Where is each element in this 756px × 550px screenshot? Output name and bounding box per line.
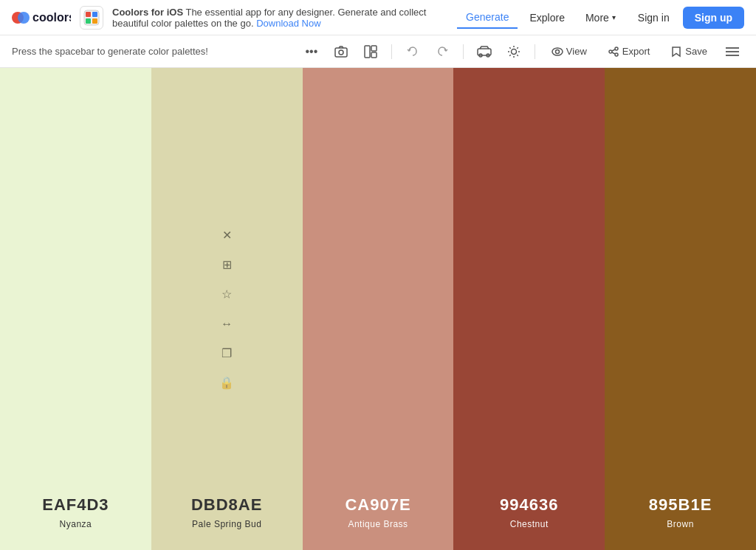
view-button[interactable]: View [544, 42, 594, 61]
lock-icon[interactable]: 🔒 [521, 375, 537, 391]
nav-generate[interactable]: Generate [457, 7, 518, 29]
svg-line-23 [517, 47, 518, 48]
grid-icon[interactable]: ⊞ [673, 257, 689, 273]
copy-icon[interactable]: ❐ [673, 346, 689, 362]
lock-icon[interactable]: 🔒 [673, 375, 689, 391]
banner-text: Coolors for iOS The essential app for an… [112, 7, 448, 29]
lock-icon[interactable]: 🔒 [219, 375, 235, 391]
car-icon [477, 46, 492, 58]
save-button[interactable]: Save [663, 42, 715, 61]
close-icon[interactable]: ✕ [370, 227, 386, 244]
sun-icon [507, 45, 520, 58]
color-swatch-3[interactable]: ✕⊞☆↔❐🔒994636Chestnut [453, 68, 605, 550]
resize-icon[interactable]: ↔ [673, 316, 689, 332]
svg-rect-11 [371, 46, 377, 51]
svg-rect-5 [92, 12, 97, 17]
svg-point-1 [18, 12, 30, 24]
camera-button[interactable] [329, 40, 353, 63]
dots-icon: ••• [305, 45, 317, 58]
copy-icon[interactable]: ❐ [370, 346, 386, 362]
svg-point-16 [511, 49, 516, 54]
swatch-name-4: Brown [667, 519, 694, 529]
swatch-name-2: Antique Brass [348, 519, 408, 529]
resize-icon[interactable]: ↔ [67, 316, 83, 332]
svg-rect-12 [371, 52, 377, 58]
download-link[interactable]: Download Now [256, 18, 320, 29]
redo-button[interactable] [430, 40, 454, 63]
swatch-hex-4: 895B1E [649, 495, 712, 515]
divider-1 [391, 44, 392, 59]
copy-icon[interactable]: ❐ [67, 346, 83, 362]
divider-2 [463, 44, 464, 59]
grid-icon[interactable]: ⊞ [521, 257, 537, 273]
swatch-hex-1: DBD8AE [191, 495, 262, 515]
hamburger-button[interactable] [721, 40, 744, 63]
accessibility-button[interactable] [472, 40, 496, 63]
divider-3 [535, 44, 535, 59]
star-icon[interactable]: ☆ [67, 286, 83, 303]
eye-icon [551, 46, 563, 58]
svg-line-21 [509, 47, 511, 48]
undo-button[interactable] [401, 40, 425, 63]
svg-rect-8 [335, 48, 347, 57]
svg-point-28 [609, 50, 612, 53]
menu-icon [726, 47, 739, 57]
swatch-hex-2: CA907E [345, 495, 410, 515]
close-icon[interactable]: ✕ [673, 227, 689, 244]
copy-icon[interactable]: ❐ [521, 346, 537, 362]
star-icon[interactable]: ☆ [370, 286, 386, 303]
bookmark-icon [670, 46, 682, 58]
svg-point-29 [615, 53, 618, 56]
main-nav: Generate Explore More ▾ Sign in Sign up [457, 7, 744, 29]
grid-icon[interactable]: ⊞ [67, 257, 83, 273]
ios-app-icon [80, 6, 103, 30]
svg-rect-10 [365, 46, 370, 58]
color-swatch-2[interactable]: ✕⊞☆↔❐🔒CA907EAntique Brass [303, 68, 454, 550]
resize-icon[interactable]: ↔ [219, 316, 235, 332]
color-swatch-4[interactable]: ✕⊞☆↔❐🔒895B1EBrown [605, 68, 756, 550]
swatch-hex-3: 994636 [500, 495, 558, 515]
resize-icon[interactable]: ↔ [521, 316, 537, 332]
nav-explore[interactable]: Explore [520, 7, 573, 28]
swatch-icons-1: ✕⊞☆↔❐🔒 [219, 227, 235, 391]
top-banner: coolors Coolors for iOS The essential ap… [0, 0, 756, 35]
star-icon[interactable]: ☆ [521, 286, 537, 303]
swatch-hex-0: EAF4D3 [42, 495, 109, 515]
grid-icon[interactable]: ⊞ [219, 257, 235, 273]
close-icon[interactable]: ✕ [67, 227, 83, 244]
share-icon [608, 46, 619, 58]
export-button[interactable]: Export [600, 42, 658, 61]
close-icon[interactable]: ✕ [521, 227, 537, 244]
star-icon[interactable]: ☆ [673, 286, 689, 303]
logo[interactable]: coolors [12, 9, 71, 27]
brightness-button[interactable] [502, 40, 526, 63]
more-options-button[interactable]: ••• [300, 40, 323, 63]
svg-rect-7 [92, 18, 97, 24]
swatch-name-0: Nyanza [60, 519, 92, 529]
layout-button[interactable] [359, 40, 382, 63]
swatch-name-1: Pale Spring Bud [192, 519, 261, 529]
star-icon[interactable]: ☆ [219, 286, 235, 303]
copy-icon[interactable]: ❐ [219, 346, 235, 362]
redo-icon [436, 46, 448, 58]
grid-icon[interactable]: ⊞ [370, 257, 386, 273]
camera-icon [334, 45, 348, 58]
svg-point-26 [555, 49, 559, 53]
svg-point-9 [339, 50, 343, 55]
svg-rect-6 [86, 18, 91, 24]
layout-icon [364, 45, 377, 58]
color-swatch-0[interactable]: ✕⊞☆↔❐🔒EAF4D3Nyanza [0, 68, 151, 550]
svg-point-27 [615, 47, 618, 50]
svg-line-31 [612, 52, 615, 54]
lock-icon[interactable]: 🔒 [67, 375, 83, 391]
svg-text:coolors: coolors [32, 11, 71, 24]
close-icon[interactable]: ✕ [219, 227, 235, 244]
color-swatch-1[interactable]: ✕⊞☆↔❐🔒DBD8AEPale Spring Bud [151, 68, 303, 550]
nav-more[interactable]: More ▾ [577, 7, 625, 28]
lock-icon[interactable]: 🔒 [370, 375, 386, 391]
resize-icon[interactable]: ↔ [370, 316, 386, 332]
toolbar: Press the spacebar to generate color pal… [0, 35, 756, 68]
svg-line-22 [517, 55, 518, 56]
signup-button[interactable]: Sign up [683, 7, 744, 29]
signin-button[interactable]: Sign in [628, 7, 680, 28]
